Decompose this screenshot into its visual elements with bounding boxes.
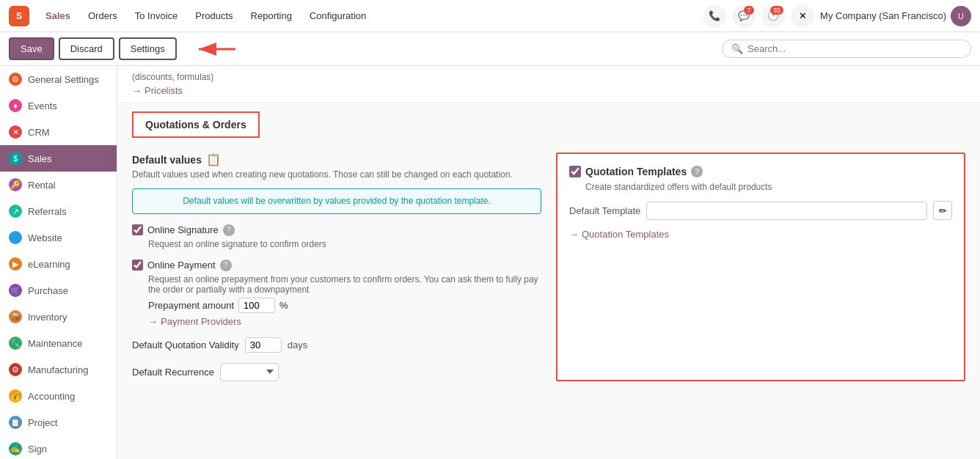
search-input[interactable] [747,43,962,54]
top-navigation: S Sales Orders To Invoice Products Repor… [0,0,980,32]
sidebar-item-label: Sales [28,153,52,164]
settings-button[interactable]: Settings [119,37,177,60]
sidebar-item-label: eLearning [28,259,70,270]
nav-orders[interactable]: Orders [81,6,125,26]
quotation-templates-panel: Quotation Templates ? Create standardize… [556,153,965,381]
qt-header: Quotation Templates ? [569,166,952,177]
sidebar-item-label: Sign [28,444,47,455]
nav-to-invoice[interactable]: To Invoice [128,6,186,26]
sidebar-item-label: Project [28,417,57,428]
sidebar-item-sign[interactable]: ✍ Sign [0,436,117,459]
payment-providers-link[interactable]: → Payment Providers [148,316,541,327]
qt-desc: Create standardized offers with default … [585,182,952,192]
manufacturing-icon: ⚙ [9,363,22,376]
online-payment-help-icon[interactable]: ? [220,260,232,271]
online-signature-section: Online Signature ? Request an online sig… [132,224,541,249]
online-signature-checkbox[interactable] [132,224,143,235]
sidebar-item-label: General Settings [28,74,99,85]
nav-products[interactable]: Products [188,6,240,26]
project-icon: 📋 [9,416,22,429]
sidebar-item-label: Inventory [28,312,67,323]
sidebar-item-label: CRM [28,127,50,138]
left-panel: Default values 📋 Default values used whe… [132,153,541,381]
sidebar-item-rental[interactable]: 🔑 Rental [0,172,117,198]
search-box: 🔍 [722,40,971,58]
online-payment-checkbox[interactable] [132,260,143,271]
nav-reporting[interactable]: Reporting [244,6,299,26]
sidebar-item-label: Rental [28,180,56,191]
nav-sales[interactable]: Sales [38,6,78,26]
sidebar-item-events[interactable]: ♦ Events [0,92,117,119]
close-icon-btn[interactable]: ✕ [791,4,814,28]
avatar[interactable]: U [951,6,971,26]
default-template-select[interactable] [646,202,927,220]
events-icon: ♦ [9,99,22,112]
top-nav-right: 📞 💬 7 🕐 35 ✕ My Company (San Francisco) … [703,4,971,28]
toolbar: Save Discard Settings 🔍 [0,32,980,66]
discard-button[interactable]: Discard [59,37,114,60]
default-template-row: Default Template ✏ [569,201,952,220]
accounting-icon: 💰 [9,389,22,403]
recurrence-select[interactable] [220,363,279,381]
sidebar-item-website[interactable]: 🌐 Website [0,224,117,251]
sidebar-item-label: Manufacturing [28,364,88,375]
default-values-section: Default values 📋 Default values used whe… [132,153,541,214]
sidebar-item-label: Referrals [28,206,67,217]
quotation-templates-link[interactable]: → Quotation Templates [569,229,952,240]
crm-icon: ✕ [9,125,22,139]
validity-input[interactable]: 30 [245,337,282,353]
template-edit-button[interactable]: ✏ [933,201,952,220]
pricelists-link[interactable]: Pricelists [132,85,965,96]
online-signature-help-icon[interactable]: ? [223,224,235,236]
phone-icon: 📞 [709,10,720,21]
sidebar-item-label: Website [28,232,62,243]
online-payment-desc: Request an online prepayment from your c… [148,274,541,295]
sidebar-item-referrals[interactable]: ↗ Referrals [0,198,117,224]
pricelists-area: (discounts, formulas) Pricelists [117,66,980,103]
section-title: Quotations & Orders [145,119,246,131]
nav-configuration[interactable]: Configuration [302,6,373,26]
save-button[interactable]: Save [9,37,54,60]
sidebar-item-maintenance[interactable]: 🔧 Maintenance [0,330,117,356]
default-values-desc: Default values used when creating new qu… [132,169,541,180]
settings-grid-wrapper: Default values 📋 Default values used whe… [117,153,980,396]
sidebar-item-project[interactable]: 📋 Project [0,409,117,436]
chat-icon-btn[interactable]: 💬 7 [732,4,756,28]
prepayment-row: Prepayment amount 100 % [148,298,541,313]
quotation-templates-help-icon[interactable]: ? [691,166,703,177]
content-area: (discounts, formulas) Pricelists Quotati… [117,66,980,459]
online-payment-label: Online Payment ? [132,260,541,271]
inventory-icon: 📦 [9,310,22,323]
sidebar-item-sales[interactable]: $ Sales [0,145,117,172]
sidebar-item-label: Purchase [28,285,68,296]
elearning-icon: ▶ [9,257,22,271]
search-icon: 🔍 [731,43,743,54]
sidebar-item-crm[interactable]: ✕ CRM [0,119,117,145]
clock-icon-btn[interactable]: 🕐 35 [761,4,785,28]
sidebar-item-inventory[interactable]: 📦 Inventory [0,304,117,330]
edit-icon: ✏ [939,205,947,216]
online-payment-section: Online Payment ? Request an online prepa… [132,260,541,327]
app-logo[interactable]: S [9,6,29,26]
sidebar-item-manufacturing[interactable]: ⚙ Manufacturing [0,356,117,383]
general-settings-icon: ⚙ [9,73,22,86]
quotation-templates-checkbox[interactable] [569,166,581,177]
arrow-annotation [184,38,243,60]
phone-icon-btn[interactable]: 📞 [703,4,726,28]
chat-badge: 7 [744,6,754,15]
prepayment-input[interactable]: 100 [238,298,275,313]
close-icon: ✕ [799,10,807,21]
sidebar-item-label: Maintenance [28,338,82,349]
section-header-wrapper: Quotations & Orders [117,103,980,147]
sidebar-item-elearning[interactable]: ▶ eLearning [0,251,117,277]
sidebar-item-general-settings[interactable]: ⚙ General Settings [0,66,117,92]
default-values-title: Default values 📋 [132,153,541,166]
purchase-icon: 🛒 [9,284,22,297]
sidebar-item-purchase[interactable]: 🛒 Purchase [0,277,117,304]
section-header: Quotations & Orders [132,111,260,138]
referrals-icon: ↗ [9,205,22,218]
sidebar-item-accounting[interactable]: 💰 Accounting [0,383,117,409]
quotation-validity-section: Default Quotation Validity 30 days [132,337,541,353]
sign-icon: ✍ [9,442,22,455]
qt-title: Quotation Templates [585,166,687,177]
